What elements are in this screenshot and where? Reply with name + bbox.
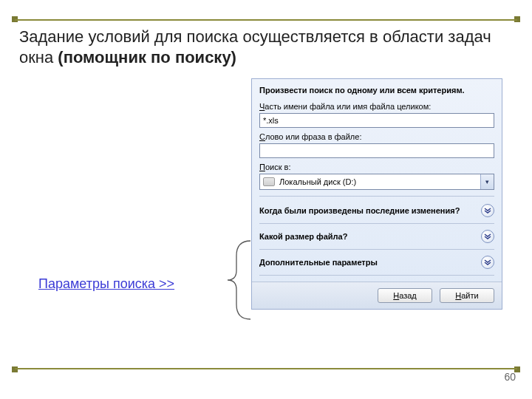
phrase-label: Слово или фраза в файле: [259, 132, 494, 141]
divider [259, 223, 494, 224]
slide-title-bold: (помощник по поиску) [58, 48, 236, 66]
lookin-selected: Локальный диск (D:) [279, 177, 476, 186]
lookin-combobox[interactable]: Локальный диск (D:) ▾ [259, 174, 494, 190]
expander-more-options[interactable]: Дополнительные параметры [259, 253, 494, 272]
slide-title: Задание условий для поиска осуществляетс… [15, 27, 517, 78]
button-bar: Назад Найти [252, 282, 502, 309]
expander-label: Дополнительные параметры [259, 257, 378, 267]
phrase-input[interactable] [259, 143, 494, 158]
double-chevron-down-icon [481, 230, 494, 243]
filename-label: Часть имени файла или имя файла целиком: [259, 102, 494, 111]
lookin-label: Поиск в: [259, 163, 494, 171]
expander-file-size[interactable]: Какой размер файла? [259, 227, 494, 246]
expander-when-modified[interactable]: Когда были произведены последние изменен… [259, 201, 494, 220]
filename-input[interactable] [259, 113, 494, 128]
divider [259, 275, 494, 276]
double-chevron-down-icon [481, 204, 494, 217]
expander-label: Какой размер файла? [259, 231, 347, 242]
search-assistant-panel: Произвести поиск по одному или всем крит… [251, 78, 502, 310]
find-button[interactable]: Найти [440, 288, 494, 303]
chevron-down-icon[interactable]: ▾ [480, 174, 494, 189]
expander-label: Когда были произведены последние изменен… [259, 205, 460, 216]
page-number: 60 [504, 371, 516, 383]
divider [259, 196, 494, 197]
panel-heading: Произвести поиск по одному или всем крит… [259, 85, 494, 96]
disk-icon [263, 177, 275, 186]
back-button[interactable]: Назад [378, 288, 432, 303]
double-chevron-down-icon [481, 256, 494, 269]
search-parameters-link[interactable]: Параметры поиска >> [38, 276, 174, 292]
divider [259, 249, 494, 250]
